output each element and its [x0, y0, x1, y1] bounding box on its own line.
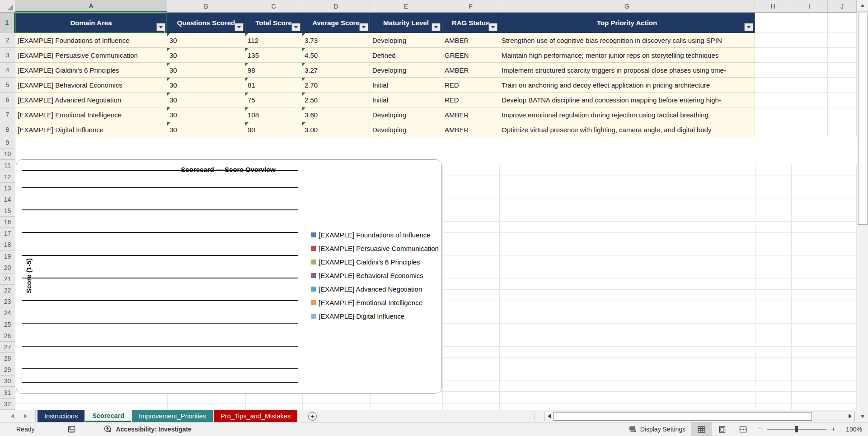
empty-cell[interactable]	[755, 48, 791, 63]
row-header[interactable]: 3	[0, 48, 15, 63]
row-header[interactable]: 22	[0, 285, 15, 296]
row-header[interactable]: 8	[0, 122, 15, 137]
cell-action[interactable]: Train on anchoring and decoy effect appl…	[499, 78, 755, 93]
tab-scorecard[interactable]: Scorecard	[85, 410, 131, 422]
score-overview-chart[interactable]: Scorecard — Score Overview Score (1-5) […	[16, 159, 442, 394]
header-maturity-level[interactable]: Maturity Level	[370, 13, 442, 33]
cell-action[interactable]: Improve emotional regulation during reje…	[499, 107, 755, 122]
vertical-scrollbar[interactable]	[857, 0, 868, 410]
cell-action[interactable]: Develop BATNA discipline and concession …	[499, 93, 755, 107]
row-header[interactable]: 11	[0, 160, 15, 171]
cell-rag[interactable]: AMBER	[442, 122, 499, 137]
page-break-preview-button[interactable]	[732, 422, 753, 436]
column-header-g[interactable]: G	[499, 0, 755, 12]
scroll-right-button[interactable]	[845, 412, 854, 421]
column-header-c[interactable]: C	[245, 0, 302, 12]
empty-cell[interactable]	[791, 33, 828, 48]
row-header[interactable]: 6	[0, 93, 15, 107]
header-average-score[interactable]: Average Score	[302, 13, 370, 33]
cell-total[interactable]: 98	[245, 63, 302, 78]
header-total-score[interactable]: Total Score	[245, 13, 302, 33]
empty-cell[interactable]	[828, 93, 857, 107]
tab-pro-tips-and-mistakes[interactable]: Pro_Tips_and_Mistakes	[214, 410, 297, 422]
cell-questions[interactable]: 30	[167, 48, 245, 63]
row-header[interactable]: 26	[0, 330, 15, 342]
vertical-scrollbar-thumb[interactable]	[858, 13, 868, 225]
row-header[interactable]: 28	[0, 353, 15, 364]
cell-rag[interactable]: AMBER	[442, 107, 499, 122]
empty-cell[interactable]	[828, 33, 857, 48]
page-layout-view-button[interactable]	[712, 422, 732, 436]
cell-total[interactable]: 90	[245, 122, 302, 137]
row-header[interactable]: 19	[0, 251, 15, 262]
splitter-grip-icon[interactable]: ⋮	[531, 413, 538, 420]
cell-total[interactable]: 75	[245, 93, 302, 107]
empty-cell[interactable]	[755, 13, 791, 33]
filter-dropdown-icon[interactable]	[432, 23, 441, 31]
row-header[interactable]: 12	[0, 171, 15, 182]
add-sheet-button[interactable]: +	[308, 412, 317, 421]
cell-action[interactable]: Maintain high performance; mentor junior…	[499, 48, 755, 63]
empty-cell[interactable]	[791, 63, 828, 78]
select-all-button[interactable]	[0, 0, 15, 12]
header-rag-status[interactable]: RAG Status	[442, 13, 499, 33]
empty-cell[interactable]	[791, 107, 828, 122]
filter-dropdown-icon[interactable]	[744, 23, 753, 31]
empty-cell[interactable]	[791, 13, 828, 33]
empty-cell[interactable]	[755, 63, 791, 78]
empty-cell[interactable]	[791, 122, 828, 137]
row-header[interactable]: 25	[0, 319, 15, 330]
horizontal-scrollbar-thumb[interactable]	[554, 412, 812, 421]
row-header[interactable]: 32	[0, 399, 15, 410]
column-header-e[interactable]: E	[370, 0, 442, 12]
cell-questions[interactable]: 30	[167, 107, 245, 122]
cell-action[interactable]: Optimize virtual presence with lighting,…	[499, 122, 755, 137]
cell-average[interactable]: 2.70	[302, 78, 370, 93]
cell-average[interactable]: 4.50	[302, 48, 370, 63]
filter-dropdown-icon[interactable]	[359, 23, 368, 31]
cell-average[interactable]: 3.00	[302, 122, 370, 137]
row-header[interactable]: 10	[0, 148, 15, 160]
empty-cell[interactable]	[791, 93, 828, 107]
cell-domain[interactable]: [EXAMPLE] Emotional Intelligence	[15, 107, 167, 122]
cell-rag[interactable]: AMBER	[442, 63, 499, 78]
empty-cell[interactable]	[755, 33, 791, 48]
empty-cell[interactable]	[755, 93, 791, 107]
row-header[interactable]: 29	[0, 364, 15, 376]
tab-scroll-right-icon[interactable]	[24, 414, 27, 418]
zoom-slider-thumb[interactable]	[795, 426, 798, 432]
cell-total[interactable]: 108	[245, 107, 302, 122]
row-header[interactable]: 20	[0, 262, 15, 274]
empty-cell[interactable]	[828, 78, 857, 93]
row-header[interactable]: 16	[0, 217, 15, 228]
cell-domain[interactable]: [EXAMPLE] Cialdini's 6 Principles	[15, 63, 167, 78]
zoom-level[interactable]: 100%	[840, 426, 868, 433]
empty-cell[interactable]	[828, 122, 857, 137]
filter-dropdown-icon[interactable]	[488, 23, 497, 31]
cell-questions[interactable]: 30	[167, 122, 245, 137]
cell-questions[interactable]: 30	[167, 93, 245, 107]
cell-maturity[interactable]: Developing	[370, 33, 442, 48]
empty-cell[interactable]	[828, 63, 857, 78]
cell-domain[interactable]: [EXAMPLE] Behavioral Economics	[15, 78, 167, 93]
macro-record-icon[interactable]	[68, 426, 75, 433]
tab-improvement-priorities[interactable]: Improvement_Priorities	[132, 410, 213, 422]
scroll-left-button[interactable]	[544, 412, 554, 421]
cell-domain[interactable]: [EXAMPLE] Foundations of Influence	[15, 33, 167, 48]
row-header[interactable]: 2	[0, 33, 15, 48]
zoom-out-button[interactable]: −	[753, 425, 767, 434]
cell-average[interactable]: 3.60	[302, 107, 370, 122]
column-header-f[interactable]: F	[442, 0, 499, 12]
filter-dropdown-icon[interactable]	[156, 23, 165, 31]
cell-domain[interactable]: [EXAMPLE] Persuasive Communication	[15, 48, 167, 63]
row-header[interactable]: 18	[0, 239, 15, 250]
cell-average[interactable]: 3.73	[302, 33, 370, 48]
header-questions-scored[interactable]: Questions Scored	[167, 13, 245, 33]
cell-total[interactable]: 81	[245, 78, 302, 93]
cell-maturity[interactable]: Developing	[370, 107, 442, 122]
cell-maturity[interactable]: Defined	[370, 48, 442, 63]
empty-cell[interactable]	[755, 107, 791, 122]
header-domain-area[interactable]: Domain Area	[15, 13, 167, 33]
row-header[interactable]: 31	[0, 387, 15, 398]
cell-average[interactable]: 2.50	[302, 93, 370, 107]
